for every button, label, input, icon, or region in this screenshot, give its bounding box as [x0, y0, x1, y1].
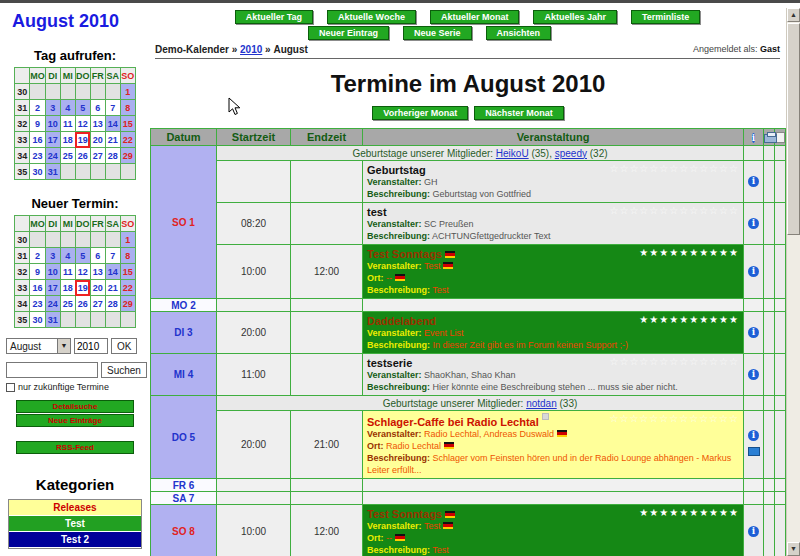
- calendar-day-14[interactable]: 14: [105, 116, 120, 132]
- chevron-down-icon[interactable]: ▼: [57, 339, 70, 353]
- calendar-day-21[interactable]: 21: [105, 132, 120, 148]
- calendar-day-27[interactable]: 27: [90, 148, 105, 164]
- week-number[interactable]: 31: [15, 248, 30, 264]
- calendar-day-24[interactable]: 24: [45, 148, 60, 164]
- member-link-notdan[interactable]: notdan: [526, 398, 557, 409]
- info-icon[interactable]: i: [748, 266, 759, 277]
- calendar-day-20[interactable]: 20: [90, 132, 105, 148]
- calendar-day-1[interactable]: 1: [120, 232, 135, 248]
- calendar-day-31[interactable]: 31: [45, 312, 60, 328]
- calendar-day-27[interactable]: 27: [90, 296, 105, 312]
- calendar-day-10[interactable]: 10: [45, 116, 60, 132]
- category-test-2[interactable]: Test 2: [9, 532, 141, 548]
- search-button[interactable]: Suchen: [101, 362, 147, 378]
- date-cell-mi-4[interactable]: MI 4: [151, 354, 217, 396]
- calendar-day-29[interactable]: 29: [120, 296, 135, 312]
- nav-button-neue-serie[interactable]: Neue Serie: [403, 26, 472, 40]
- calendar-day-8[interactable]: 8: [120, 248, 135, 264]
- calendar-day-21[interactable]: 21: [105, 280, 120, 296]
- event-box[interactable]: ☆☆☆☆☆☆☆☆☆☆☆☆☆Schlager-Caffe bei Radio Le…: [363, 411, 743, 478]
- category-test[interactable]: Test: [9, 516, 141, 532]
- calendar-day-23[interactable]: 23: [30, 148, 46, 164]
- calendar-day-5[interactable]: 5: [75, 100, 90, 116]
- sidebar-button-neue-eintr-ge[interactable]: Neue Einträge: [16, 414, 134, 427]
- date-cell-di-3[interactable]: DI 3: [151, 312, 217, 354]
- week-number[interactable]: 32: [15, 116, 30, 132]
- calendar-day-17[interactable]: 17: [45, 132, 60, 148]
- search-input[interactable]: [6, 362, 98, 378]
- event-box[interactable]: ★★★★★★★★★★Test SonntagsVeranstalter: Tes…: [363, 245, 743, 298]
- member-link-heikou[interactable]: HeikoU: [496, 148, 529, 159]
- week-number[interactable]: 30: [15, 232, 30, 248]
- week-number[interactable]: 30: [15, 84, 30, 100]
- calendar-day-15[interactable]: 15: [120, 264, 135, 280]
- nav-button-aktuelle-woche[interactable]: Aktuelle Woche: [327, 10, 416, 24]
- calendar-day-8[interactable]: 8: [120, 100, 135, 116]
- calendar-day-13[interactable]: 13: [90, 116, 105, 132]
- nav-button-neuer-eintrag[interactable]: Neuer Eintrag: [308, 26, 389, 40]
- calendar-day-4[interactable]: 4: [60, 100, 75, 116]
- category-releases[interactable]: Releases: [9, 500, 141, 516]
- calendar-day-18[interactable]: 18: [60, 132, 75, 148]
- sidebar-button-detailsuche[interactable]: Detailsuche: [16, 400, 134, 413]
- event-box[interactable]: ☆☆☆☆☆☆☆☆☆☆☆☆☆GeburtstagVeranstalter: GHB…: [363, 161, 743, 202]
- print-icon[interactable]: [764, 134, 777, 143]
- next-month-button[interactable]: Nächster Monat: [474, 106, 564, 120]
- calendar-day-30[interactable]: 30: [30, 312, 46, 328]
- scroll-up-button[interactable]: ▲: [787, 8, 800, 22]
- calendar-day-25[interactable]: 25: [60, 148, 75, 164]
- calendar-day-6[interactable]: 6: [90, 100, 105, 116]
- event-title[interactable]: Geburtstag: [367, 164, 426, 176]
- date-cell-so-8[interactable]: SO 8: [151, 505, 217, 556]
- calendar-day-3[interactable]: 3: [45, 248, 60, 264]
- week-number[interactable]: 34: [15, 296, 30, 312]
- year-input[interactable]: [74, 338, 108, 354]
- info-icon[interactable]: i: [752, 133, 755, 143]
- info-icon[interactable]: i: [748, 176, 759, 187]
- event-title[interactable]: Schlager-Caffe bei Radio Lechtal: [367, 416, 539, 428]
- event-title[interactable]: testserie: [367, 357, 412, 369]
- week-number[interactable]: 32: [15, 264, 30, 280]
- scroll-down-button[interactable]: ▼: [787, 542, 800, 556]
- calendar-day-16[interactable]: 16: [30, 132, 46, 148]
- calendar-day-20[interactable]: 20: [90, 280, 105, 296]
- calendar-day-18[interactable]: 18: [60, 280, 75, 296]
- calendar-day-6[interactable]: 6: [90, 248, 105, 264]
- calendar-day-12[interactable]: 12: [75, 116, 90, 132]
- date-cell-mo-2[interactable]: MO 2: [151, 299, 217, 312]
- event-box[interactable]: ☆☆☆☆☆☆☆☆☆☆☆☆☆testserieVeranstalter: Shao…: [363, 354, 743, 395]
- calendar-day-28[interactable]: 28: [105, 296, 120, 312]
- calendar-export-icon[interactable]: [748, 447, 760, 456]
- calendar-day-2[interactable]: 2: [30, 100, 46, 116]
- week-number[interactable]: 35: [15, 312, 30, 328]
- event-title[interactable]: Test Sonntags: [367, 248, 442, 260]
- calendar-day-7[interactable]: 7: [105, 248, 120, 264]
- week-number[interactable]: 34: [15, 148, 30, 164]
- nav-button-ansichten[interactable]: Ansichten: [486, 26, 552, 40]
- date-cell-so-1[interactable]: SO 1: [151, 146, 217, 299]
- calendar-day-22[interactable]: 22: [120, 132, 135, 148]
- calendar-day-19[interactable]: 19: [75, 280, 90, 296]
- week-number[interactable]: 31: [15, 100, 30, 116]
- calendar-day-24[interactable]: 24: [45, 296, 60, 312]
- calendar-day-29[interactable]: 29: [120, 148, 135, 164]
- calendar-day-1[interactable]: 1: [120, 84, 135, 100]
- calendar-day-14[interactable]: 14: [105, 264, 120, 280]
- calendar-day-16[interactable]: 16: [30, 280, 46, 296]
- week-number[interactable]: 33: [15, 280, 30, 296]
- event-box[interactable]: ★★★★★★★★★★DaddelabendVeranstalter: Event…: [363, 312, 743, 353]
- nav-button-terminliste[interactable]: Terminliste: [631, 10, 700, 24]
- calendar-day-10[interactable]: 10: [45, 264, 60, 280]
- calendar-day-19[interactable]: 19: [75, 132, 90, 148]
- sidebar-button-rss-feed[interactable]: RSS-Feed: [16, 441, 134, 454]
- calendar-day-23[interactable]: 23: [30, 296, 46, 312]
- info-icon[interactable]: i: [748, 430, 759, 441]
- event-title[interactable]: Daddelabend: [367, 315, 436, 327]
- calendar-day-9[interactable]: 9: [30, 264, 46, 280]
- calendar-day-25[interactable]: 25: [60, 296, 75, 312]
- calendar-day-11[interactable]: 11: [60, 116, 75, 132]
- calendar-day-7[interactable]: 7: [105, 100, 120, 116]
- calendar-day-15[interactable]: 15: [120, 116, 135, 132]
- calendar-day-28[interactable]: 28: [105, 148, 120, 164]
- calendar-day-9[interactable]: 9: [30, 116, 46, 132]
